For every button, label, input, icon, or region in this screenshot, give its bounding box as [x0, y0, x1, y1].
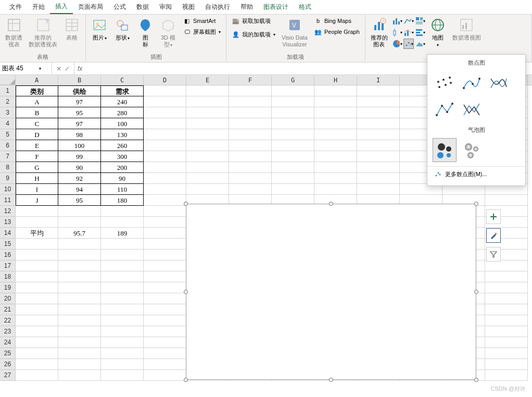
cell[interactable]: 180 [101, 195, 144, 206]
cell[interactable] [144, 96, 186, 107]
cell[interactable]: 95 [58, 107, 101, 118]
column-header[interactable]: D [144, 75, 186, 85]
stat-chart-button[interactable]: ▾ [392, 27, 402, 38]
cell[interactable] [144, 315, 186, 326]
cell[interactable] [229, 107, 272, 118]
row-header[interactable]: 23 [0, 326, 16, 337]
cell[interactable] [16, 370, 58, 381]
cell[interactable]: 98 [58, 129, 101, 140]
row-header[interactable]: 14 [0, 228, 16, 239]
scatter-smooth-option[interactable] [487, 71, 511, 95]
cell[interactable] [16, 260, 58, 271]
cell[interactable] [485, 370, 528, 381]
cell[interactable] [186, 184, 229, 195]
cell[interactable]: E [16, 140, 58, 151]
tab-home[interactable]: 开始 [27, 1, 50, 14]
cell[interactable] [272, 118, 314, 129]
cell[interactable] [58, 271, 101, 282]
cell[interactable] [58, 206, 101, 217]
cell[interactable] [58, 239, 101, 250]
pictures-button[interactable]: 图片▾ [89, 16, 110, 42]
cell[interactable] [144, 107, 186, 118]
tab-insert[interactable]: 插入 [50, 0, 73, 14]
cell[interactable]: 类别 [16, 85, 58, 96]
row-header[interactable]: 4 [0, 118, 16, 129]
cell[interactable] [144, 348, 186, 359]
recommended-charts-button[interactable]: ? 推荐的 图表 [369, 16, 390, 49]
select-all-corner[interactable] [0, 75, 16, 85]
cell[interactable] [485, 293, 528, 304]
cell[interactable] [229, 184, 272, 195]
cell[interactable] [314, 151, 357, 162]
cell[interactable] [186, 85, 229, 96]
cell[interactable]: 100 [58, 140, 101, 151]
cell[interactable]: 189 [101, 228, 144, 239]
cell[interactable] [314, 118, 357, 129]
column-header[interactable]: E [186, 75, 229, 85]
cell[interactable] [101, 337, 144, 348]
cell[interactable] [101, 217, 144, 228]
cell[interactable] [186, 162, 229, 173]
cell[interactable] [101, 260, 144, 271]
cell[interactable]: J [16, 195, 58, 206]
cell[interactable] [144, 250, 186, 260]
cell[interactable] [186, 173, 229, 184]
cell[interactable] [314, 184, 357, 195]
cell[interactable] [314, 162, 357, 173]
cell[interactable] [16, 337, 58, 348]
chart-object[interactable] [186, 204, 476, 380]
bing-maps-button[interactable]: bBing Maps [312, 16, 362, 26]
column-header[interactable]: A [16, 75, 58, 85]
combo-chart-button[interactable]: ▾ [403, 27, 414, 38]
people-graph-button[interactable]: 👥People Graph [312, 27, 362, 37]
cell[interactable]: C [16, 118, 58, 129]
cell[interactable] [16, 250, 58, 260]
cell[interactable] [58, 337, 101, 348]
cell[interactable]: 300 [101, 151, 144, 162]
get-addins-button[interactable]: 🏬获取加载项 [230, 16, 277, 26]
cell[interactable] [58, 359, 101, 370]
cell[interactable] [229, 151, 272, 162]
cell[interactable] [101, 250, 144, 260]
cell[interactable] [485, 337, 528, 348]
cell[interactable] [144, 195, 186, 206]
cell[interactable]: 100 [101, 118, 144, 129]
cell[interactable] [144, 184, 186, 195]
row-header[interactable]: 17 [0, 260, 16, 271]
cell[interactable] [314, 140, 357, 151]
my-addins-button[interactable]: 👤我的加载项▾ [230, 29, 277, 40]
cell[interactable]: 200 [101, 162, 144, 173]
row-header[interactable]: 25 [0, 348, 16, 359]
tab-view[interactable]: 视图 [177, 1, 200, 14]
cell[interactable] [144, 337, 186, 348]
bubble-3d-option[interactable] [460, 138, 484, 162]
line-chart-button[interactable]: ▾ [403, 16, 414, 26]
more-scatter-charts-button[interactable]: 更多散点图(M)... [427, 166, 525, 181]
column-header[interactable]: H [314, 75, 357, 85]
cell[interactable] [144, 228, 186, 239]
row-header[interactable]: 11 [0, 195, 16, 206]
row-header[interactable]: 18 [0, 271, 16, 282]
cell[interactable] [229, 85, 272, 96]
cell[interactable] [314, 85, 357, 96]
cell[interactable] [229, 162, 272, 173]
cell[interactable] [357, 96, 400, 107]
cell[interactable] [272, 107, 314, 118]
cell[interactable]: F [16, 151, 58, 162]
cell[interactable] [144, 293, 186, 304]
row-header[interactable]: 13 [0, 217, 16, 228]
pivot-chart-button[interactable]: 数据透视图 [450, 16, 483, 42]
cell[interactable]: 260 [101, 140, 144, 151]
cell[interactable]: 99 [58, 151, 101, 162]
cell[interactable] [272, 151, 314, 162]
cell[interactable] [101, 293, 144, 304]
cell[interactable] [186, 118, 229, 129]
row-header[interactable]: 27 [0, 370, 16, 381]
cell[interactable] [144, 129, 186, 140]
cell[interactable] [144, 206, 186, 217]
cell[interactable]: 97 [58, 96, 101, 107]
row-header[interactable]: 10 [0, 184, 16, 195]
tab-chart-design[interactable]: 图表设计 [258, 1, 294, 14]
cell[interactable] [229, 140, 272, 151]
cell[interactable] [272, 184, 314, 195]
